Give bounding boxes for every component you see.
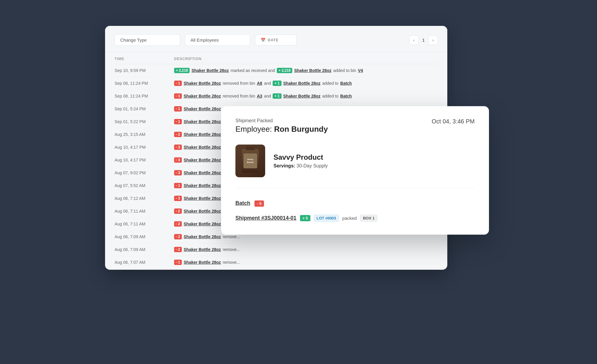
- item-link[interactable]: Shaker Bottle 28oz: [184, 81, 221, 86]
- row-time: Aug 06, 7:09 AM: [115, 247, 174, 252]
- product-servings: Servings: 30-Day Supply: [274, 163, 328, 169]
- box-badge: BOX 1: [360, 215, 377, 222]
- detail-card: Shipment Packed Employee: Ron Burgundy O…: [221, 106, 489, 235]
- and-text: and: [264, 94, 271, 98]
- row-time: Aug 25, 3:15 AM: [115, 132, 174, 137]
- lot-badge: LOT #0003: [314, 215, 339, 222]
- detail-title-section: Shipment Packed Employee: Ron Burgundy: [235, 118, 328, 134]
- quantity-badge-2: + 2,218: [277, 68, 292, 73]
- quantity-badge: + 2,218: [174, 68, 190, 73]
- row-time: Aug 07, 9:02 PM: [115, 170, 174, 175]
- packed-text: packed: [342, 216, 357, 221]
- toolbar: Change Type All Employees 📅 DATE ‹ 1 ›: [105, 26, 447, 52]
- action-text: marked as received and: [231, 68, 275, 73]
- action-text: remove...: [223, 234, 240, 239]
- item-link[interactable]: Shaker Bottle 28oz: [184, 170, 221, 175]
- item-link-2[interactable]: Shaker Bottle 28oz: [294, 68, 331, 73]
- row-desc: - 2 Shaker Bottle 28oz remove...: [174, 247, 438, 252]
- product-bottle: savvy Brand: [242, 149, 259, 173]
- next-page-button[interactable]: ›: [428, 35, 438, 45]
- row-time: Sep 01, 5:24 PM: [115, 106, 174, 111]
- item-link-2[interactable]: Shaker Bottle 28oz: [283, 94, 321, 98]
- bottle-cap: [246, 147, 255, 150]
- row-time: Sep 08, 11:24 PM: [115, 94, 174, 98]
- bin-link[interactable]: A3: [257, 94, 262, 98]
- item-link[interactable]: Shaker Bottle 28oz: [184, 158, 221, 162]
- time-column-header: TIME: [115, 57, 174, 61]
- calendar-icon: 📅: [261, 38, 265, 42]
- action-text-2: added to: [322, 81, 339, 86]
- brand-text-line2: Brand: [247, 161, 254, 164]
- change-type-filter[interactable]: Change Type: [115, 34, 180, 46]
- quantity-badge-2: + 1: [273, 93, 281, 99]
- bin-link[interactable]: A8: [257, 81, 262, 86]
- item-link[interactable]: Shaker Bottle 28oz: [191, 68, 229, 73]
- action-text: removed from bin: [223, 94, 255, 98]
- product-name: Savvy Product: [274, 153, 328, 161]
- item-link[interactable]: Shaker Bottle 28oz: [184, 183, 221, 188]
- detail-date: Oct 04, 3:46 PM: [432, 118, 475, 125]
- item-link[interactable]: Shaker Bottle 28oz: [184, 222, 221, 226]
- date-filter[interactable]: 📅 DATE: [255, 34, 297, 46]
- row-time: Aug 06, 7:07 AM: [115, 260, 174, 265]
- servings-value: 30-Day Supply: [296, 163, 328, 168]
- action-text: remove...: [223, 260, 240, 265]
- change-type-label: Change Type: [120, 37, 147, 43]
- prev-page-button[interactable]: ‹: [409, 35, 419, 45]
- employee-prefix: Employee:: [235, 125, 274, 134]
- row-time: Aug 06, 7:11 AM: [115, 209, 174, 214]
- bottle-label: savvy Brand: [243, 153, 257, 168]
- item-link[interactable]: Shaker Bottle 28oz: [184, 132, 221, 137]
- batch-link[interactable]: Batch: [235, 200, 250, 206]
- table-row: Sep 10, 9:59 PM + 2,218 Shaker Bottle 28…: [115, 64, 438, 77]
- row-time: Sep 10, 9:59 PM: [115, 68, 174, 73]
- quantity-badge: - 3: [174, 196, 182, 201]
- table-row: Sep 08, 11:24 PM - 1 Shaker Bottle 28oz …: [115, 77, 438, 90]
- row-time: Aug 10, 4:17 PM: [115, 145, 174, 150]
- quantity-badge: - 2: [174, 247, 182, 252]
- pagination: ‹ 1 ›: [409, 35, 438, 45]
- page-number: 1: [421, 37, 426, 43]
- action-text-2: added to bin: [333, 68, 356, 73]
- item-link[interactable]: Shaker Bottle 28oz: [184, 260, 221, 265]
- quantity-badge: - 1: [174, 106, 182, 112]
- item-link[interactable]: Shaker Bottle 28oz: [184, 209, 221, 214]
- row-desc: + 2,218 Shaker Bottle 28oz marked as rec…: [174, 68, 438, 73]
- batch-link[interactable]: Batch: [340, 94, 352, 98]
- item-link[interactable]: Shaker Bottle 28oz: [184, 106, 221, 111]
- quantity-badge: - 1: [174, 183, 182, 188]
- quantity-badge: - 1: [174, 260, 182, 265]
- employees-filter[interactable]: All Employees: [185, 34, 250, 46]
- desc-column-header: DESCRIPTION: [174, 57, 438, 61]
- detail-employee: Employee: Ron Burgundy: [235, 125, 328, 134]
- quantity-badge: - 1: [174, 81, 182, 86]
- row-desc: - 2 Shaker Bottle 28oz remove...: [174, 234, 438, 239]
- row-desc: - 1 Shaker Bottle 28oz remove...: [174, 260, 438, 265]
- row-time: Aug 10, 4:17 PM: [115, 158, 174, 162]
- action-text: remove...: [223, 247, 240, 252]
- item-link[interactable]: Shaker Bottle 28oz: [184, 234, 221, 239]
- detail-event-title: Shipment Packed: [235, 118, 328, 123]
- product-info: Savvy Product Servings: 30-Day Supply: [274, 153, 328, 169]
- product-image: savvy Brand: [235, 145, 265, 177]
- item-link-2[interactable]: Shaker Bottle 28oz: [283, 81, 321, 86]
- item-link[interactable]: Shaker Bottle 28oz: [184, 196, 221, 201]
- and-text: and: [264, 81, 271, 86]
- quantity-badge: - 2: [174, 132, 182, 137]
- item-link[interactable]: Shaker Bottle 28oz: [184, 247, 221, 252]
- quantity-badge-2: + 1: [273, 81, 281, 86]
- table-row: Sep 08, 11:24 PM - 1 Shaker Bottle 28oz …: [115, 90, 438, 103]
- bin-link[interactable]: V4: [358, 68, 363, 73]
- table-header: TIME DESCRIPTION: [115, 52, 438, 64]
- servings-label: Servings:: [274, 163, 296, 168]
- quantity-badge: - 3: [174, 170, 182, 175]
- item-link[interactable]: Shaker Bottle 28oz: [184, 119, 221, 124]
- table-row: Aug 06, 7:09 AM - 2 Shaker Bottle 28oz r…: [115, 243, 438, 256]
- quantity-badge: - 3: [174, 145, 182, 150]
- quantity-badge: - 1: [174, 93, 182, 99]
- shipment-number-link[interactable]: Shipment #3SJ00014-01: [235, 215, 296, 221]
- item-link[interactable]: Shaker Bottle 28oz: [184, 94, 221, 98]
- item-link[interactable]: Shaker Bottle 28oz: [184, 145, 221, 150]
- batch-link[interactable]: Batch: [340, 81, 352, 86]
- row-time: Aug 06, 7:11 AM: [115, 222, 174, 226]
